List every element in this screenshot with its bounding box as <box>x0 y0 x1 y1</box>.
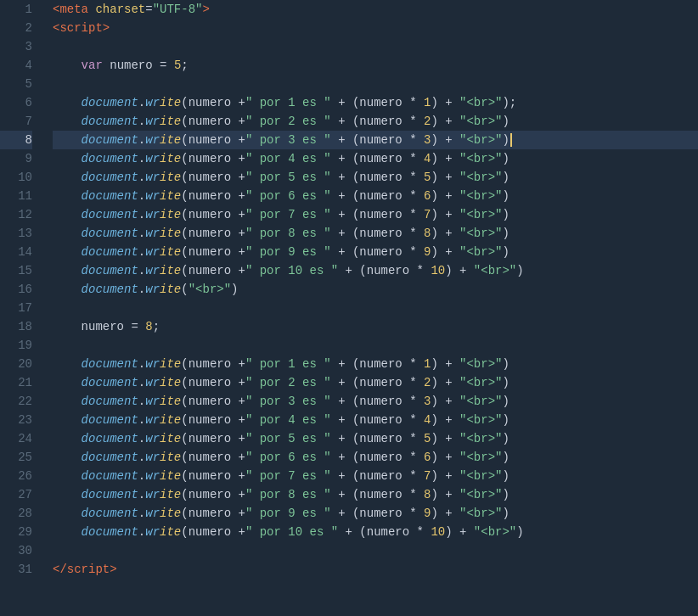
ln-4: 4 <box>0 56 32 75</box>
ln-12: 12 <box>0 205 32 224</box>
code-editor: 1 2 3 4 5 6 7 8 9 10 11 12 13 14 15 16 1… <box>0 0 698 616</box>
code-line-22: document.write(numero +" por 3 es " + (n… <box>53 392 698 411</box>
ln-9: 9 <box>0 149 32 168</box>
ln-27: 27 <box>0 485 32 504</box>
ln-11: 11 <box>0 187 32 205</box>
code-area[interactable]: <meta charset="UTF-8"> <script> var nume… <box>44 0 698 616</box>
code-line-5 <box>53 75 698 93</box>
ln-18: 18 <box>0 317 32 336</box>
ln-22: 22 <box>0 392 32 411</box>
code-line-23: document.write(numero +" por 4 es " + (n… <box>53 411 698 429</box>
ln-15: 15 <box>0 261 32 280</box>
code-line-19 <box>53 336 698 355</box>
ln-25: 25 <box>0 448 32 467</box>
code-line-15: document.write(numero +" por 10 es " + (… <box>53 261 698 280</box>
ln-28: 28 <box>0 504 32 523</box>
ln-21: 21 <box>0 373 32 392</box>
code-line-25: document.write(numero +" por 6 es " + (n… <box>53 448 698 467</box>
code-line-27: document.write(numero +" por 8 es " + (n… <box>53 485 698 504</box>
ln-16: 16 <box>0 280 32 299</box>
code-line-29: document.write(numero +" por 10 es " + (… <box>53 523 698 541</box>
ln-1: 1 <box>0 0 32 19</box>
code-line-10: document.write(numero +" por 5 es " + (n… <box>53 168 698 187</box>
ln-13: 13 <box>0 224 32 243</box>
ln-5: 5 <box>0 75 32 93</box>
code-line-9: document.write(numero +" por 4 es " + (n… <box>53 149 698 168</box>
code-line-31: </script> <box>53 560 698 579</box>
ln-2: 2 <box>0 19 32 37</box>
ln-10: 10 <box>0 168 32 187</box>
line-numbers: 1 2 3 4 5 6 7 8 9 10 11 12 13 14 15 16 1… <box>0 0 44 616</box>
ln-6: 6 <box>0 93 32 112</box>
ln-8: 8 <box>0 131 32 149</box>
code-line-8: document.write(numero +" por 3 es " + (n… <box>53 131 698 149</box>
code-line-16: document.write("<br>") <box>53 280 698 299</box>
code-line-13: document.write(numero +" por 8 es " + (n… <box>53 224 698 243</box>
code-line-21: document.write(numero +" por 2 es " + (n… <box>53 373 698 392</box>
ln-3: 3 <box>0 37 32 56</box>
code-line-11: document.write(numero +" por 6 es " + (n… <box>53 187 698 205</box>
ln-30: 30 <box>0 541 32 560</box>
ln-20: 20 <box>0 355 32 373</box>
ln-26: 26 <box>0 467 32 485</box>
code-line-6: document.write(numero +" por 1 es " + (n… <box>53 93 698 112</box>
code-line-14: document.write(numero +" por 9 es " + (n… <box>53 243 698 261</box>
ln-7: 7 <box>0 112 32 131</box>
ln-23: 23 <box>0 411 32 429</box>
ln-31: 31 <box>0 560 32 579</box>
code-line-30 <box>53 541 698 560</box>
ln-19: 19 <box>0 336 32 355</box>
code-line-18: numero = 8; <box>53 317 698 336</box>
code-line-17 <box>53 299 698 317</box>
code-line-24: document.write(numero +" por 5 es " + (n… <box>53 429 698 448</box>
code-line-12: document.write(numero +" por 7 es " + (n… <box>53 205 698 224</box>
ln-24: 24 <box>0 429 32 448</box>
code-line-7: document.write(numero +" por 2 es " + (n… <box>53 112 698 131</box>
ln-17: 17 <box>0 299 32 317</box>
ln-29: 29 <box>0 523 32 541</box>
code-line-28: document.write(numero +" por 9 es " + (n… <box>53 504 698 523</box>
code-line-4: var numero = 5; <box>53 56 698 75</box>
ln-14: 14 <box>0 243 32 261</box>
code-line-20: document.write(numero +" por 1 es " + (n… <box>53 355 698 373</box>
code-line-2: <script> <box>53 19 698 37</box>
code-line-3 <box>53 37 698 56</box>
code-line-26: document.write(numero +" por 7 es " + (n… <box>53 467 698 485</box>
code-line-1: <meta charset="UTF-8"> <box>53 0 698 19</box>
